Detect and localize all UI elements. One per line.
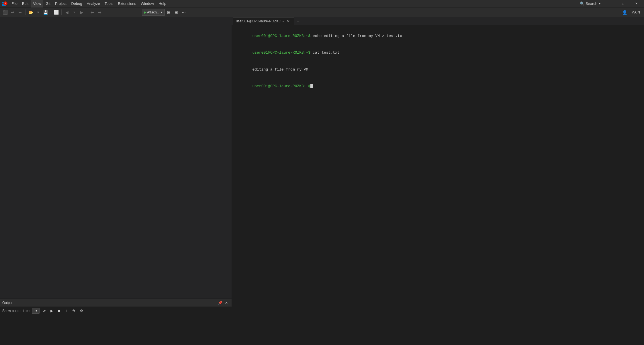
editor-content[interactable] bbox=[0, 17, 232, 299]
terminal-line-2: user001@CPC-laure-ROZK3:~$ cat test.txt bbox=[234, 44, 641, 61]
output-panel: Output — 📌 ✕ Show output from: ▼ ⟳ ▶ ⏹ ⏸… bbox=[0, 299, 232, 345]
search-dropdown-icon: ▼ bbox=[598, 2, 601, 5]
terminal-cursor bbox=[310, 84, 313, 88]
output-clear-btn-4[interactable]: ⏸ bbox=[64, 308, 69, 314]
toolbar-btn-1[interactable]: ⬛ bbox=[2, 9, 9, 16]
menu-item-tools[interactable]: Tools bbox=[102, 0, 116, 7]
menu-item-git[interactable]: Git bbox=[43, 0, 53, 7]
window-controls: — □ ✕ bbox=[603, 0, 643, 7]
output-filter-dropdown-icon: ▼ bbox=[35, 309, 38, 312]
attach-dropdown-icon: ▼ bbox=[160, 11, 163, 14]
menu-item-analyze[interactable]: Analyze bbox=[85, 0, 102, 7]
output-filter-select[interactable]: ▼ bbox=[32, 308, 40, 314]
run-icon: ▶ bbox=[144, 10, 146, 14]
terminal-prompt-1: user001@CPC-laure-ROZK3:~$ bbox=[252, 34, 310, 38]
output-settings-btn[interactable]: ⚙ bbox=[79, 308, 84, 314]
toolbar-back[interactable]: ◀ bbox=[63, 9, 70, 16]
main-label: MAIN bbox=[629, 10, 642, 15]
output-filter-label: Show output from: bbox=[2, 309, 30, 313]
toolbar-nav-1[interactable]: ⬅ bbox=[89, 9, 96, 16]
output-title: Output bbox=[2, 301, 13, 305]
toolbar-person-icon[interactable]: 👤 bbox=[621, 9, 628, 16]
search-icon: 🔍 bbox=[580, 1, 584, 6]
content-area: Output — 📌 ✕ Show output from: ▼ ⟳ ▶ ⏹ ⏸… bbox=[0, 17, 644, 345]
output-header: Output — 📌 ✕ bbox=[0, 299, 232, 307]
toolbar-forward[interactable]: ▶ bbox=[78, 9, 85, 16]
terminal-output-1: editing a file from my VM bbox=[252, 67, 308, 72]
toolbar-layout-1[interactable]: ⊟ bbox=[165, 9, 172, 16]
menu-item-edit[interactable]: Edit bbox=[20, 0, 31, 7]
toolbar-undo[interactable]: ↩ bbox=[9, 9, 16, 16]
search-label: Search bbox=[586, 1, 597, 6]
terminal-line-4: user001@CPC-laure-ROZK3:~$ bbox=[234, 78, 641, 95]
attach-label: Attach... bbox=[147, 10, 160, 14]
menu-item-debug[interactable]: Debug bbox=[69, 0, 84, 7]
toolbar-redo[interactable]: ↪ bbox=[17, 9, 24, 16]
terminal-tab-label: user001@CPC-laure-ROZK3: ~ bbox=[236, 19, 284, 23]
terminal-line-3: editing a file from my VM bbox=[234, 61, 641, 78]
terminal-cmd-1: echo editing a file from my VM > test.tx… bbox=[310, 34, 404, 38]
terminal-content[interactable]: user001@CPC-laure-ROZK3:~$ echo editing … bbox=[232, 25, 644, 345]
menu-bar: 1 File Edit View Git Project Debug Analy… bbox=[0, 0, 644, 7]
toolbar-sep-4 bbox=[87, 9, 87, 15]
menu-item-view[interactable]: View bbox=[31, 0, 43, 7]
toolbar-sep-1 bbox=[25, 9, 26, 15]
terminal-tab[interactable]: user001@CPC-laure-ROZK3: ~ ✕ bbox=[233, 17, 294, 25]
menu-item-project[interactable]: Project bbox=[53, 0, 69, 7]
terminal-tab-add[interactable]: + bbox=[294, 17, 302, 25]
terminal-prompt-3: user001@CPC-laure-ROZK3:~$ bbox=[252, 84, 310, 88]
toolbar-nav-2[interactable]: ➡ bbox=[96, 9, 103, 16]
notification-badge: 1 bbox=[3, 1, 7, 5]
output-clear-btn-2[interactable]: ▶ bbox=[49, 308, 54, 314]
toolbar-open[interactable]: 📂 bbox=[27, 9, 34, 16]
attach-dropdown[interactable]: ▶ Attach... ▼ bbox=[142, 9, 165, 16]
toolbar: ⬛ ↩ ↪ 📂 ▼ 💾 ⬜ ◀ ▼ ▶ ⬅ ➡ ▶ Attach... ▼ ⊟ … bbox=[0, 7, 644, 17]
terminal-tab-close[interactable]: ✕ bbox=[286, 19, 291, 24]
toolbar-sep-5 bbox=[105, 9, 105, 15]
menu-item-window[interactable]: Window bbox=[138, 0, 156, 7]
terminal-prompt-2: user001@CPC-laure-ROZK3:~$ bbox=[252, 50, 310, 55]
left-panel: Output — 📌 ✕ Show output from: ▼ ⟳ ▶ ⏹ ⏸… bbox=[0, 17, 232, 345]
close-button[interactable]: ✕ bbox=[630, 0, 643, 7]
toolbar-sep-2 bbox=[51, 9, 51, 15]
output-controls: — 📌 ✕ bbox=[211, 300, 229, 306]
terminal-panel: user001@CPC-laure-ROZK3: ~ ✕ + user001@C… bbox=[232, 17, 644, 345]
minimize-button[interactable]: — bbox=[603, 0, 616, 7]
output-clear-btn-3[interactable]: ⏹ bbox=[56, 308, 62, 314]
toolbar-layout-2[interactable]: ⊞ bbox=[173, 9, 180, 16]
output-filter-row: Show output from: ▼ ⟳ ▶ ⏹ ⏸ 🗑 ⚙ bbox=[0, 307, 232, 315]
output-minimize[interactable]: — bbox=[211, 300, 217, 306]
output-pin[interactable]: 📌 bbox=[217, 300, 223, 306]
toolbar-btn-extra[interactable]: ⬜ bbox=[53, 9, 60, 16]
app-logo-wrapper: 1 bbox=[1, 1, 8, 7]
menu-item-extensions[interactable]: Extensions bbox=[116, 0, 138, 7]
terminal-tab-bar: user001@CPC-laure-ROZK3: ~ ✕ + bbox=[232, 17, 644, 25]
maximize-button[interactable]: □ bbox=[616, 0, 630, 7]
toolbar-open-dropdown[interactable]: ▼ bbox=[35, 9, 42, 16]
menu-item-file[interactable]: File bbox=[9, 0, 20, 7]
output-content bbox=[0, 315, 232, 345]
toolbar-sep-3 bbox=[61, 9, 62, 15]
output-clear-btn-1[interactable]: ⟳ bbox=[41, 308, 47, 314]
toolbar-right: 👤 MAIN bbox=[621, 9, 642, 16]
toolbar-back-dropdown[interactable]: ▼ bbox=[71, 9, 78, 16]
output-close[interactable]: ✕ bbox=[224, 300, 229, 306]
search-button[interactable]: 🔍 Search ▼ bbox=[578, 1, 603, 6]
menu-item-help[interactable]: Help bbox=[156, 0, 169, 7]
terminal-cmd-2: cat test.txt bbox=[310, 50, 339, 55]
toolbar-save[interactable]: 💾 bbox=[42, 9, 49, 16]
output-clear-btn-5[interactable]: 🗑 bbox=[71, 308, 77, 314]
terminal-line-1: user001@CPC-laure-ROZK3:~$ echo editing … bbox=[234, 28, 641, 44]
toolbar-more[interactable]: ⋯ bbox=[180, 9, 187, 16]
